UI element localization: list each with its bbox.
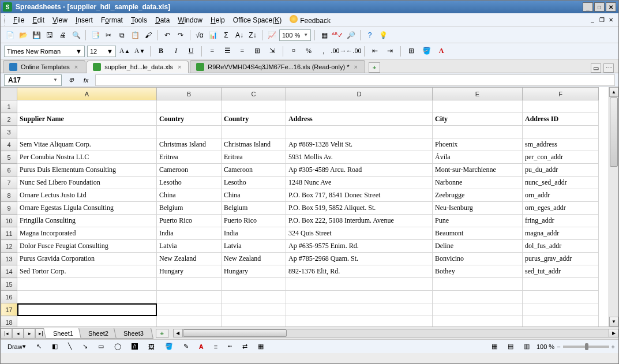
format-painter-button[interactable]: 🖌 — [142, 29, 154, 41]
cell[interactable]: Christmas Island — [157, 138, 222, 151]
cell[interactable]: Belgium — [157, 202, 222, 215]
function-wizard-button[interactable]: ⊕ — [65, 75, 77, 85]
cell[interactable] — [222, 291, 286, 303]
cell[interactable]: Sed Tortor Corp. — [17, 265, 157, 278]
scroll-down-button[interactable]: ▼ — [609, 317, 618, 327]
cut-button[interactable]: ✂ — [103, 29, 114, 41]
cell[interactable] — [17, 316, 157, 327]
cell[interactable]: Mont-sur-Marchienne — [433, 164, 523, 177]
cell[interactable]: Purus Gravida Corporation — [17, 253, 157, 265]
cell[interactable] — [222, 126, 286, 138]
cell[interactable] — [433, 303, 523, 316]
cell[interactable]: Latvia — [222, 240, 286, 253]
cell[interactable]: Narbonne — [433, 177, 523, 189]
cell[interactable]: orn_addr — [523, 189, 599, 202]
cell[interactable]: Address ID — [523, 113, 599, 126]
fill-color-button[interactable]: 🪣 — [420, 46, 433, 57]
rectangle-tool[interactable]: ▭ — [95, 342, 107, 352]
cell[interactable]: Bonvicino — [433, 253, 523, 265]
sub-minimize-button[interactable]: _ — [588, 16, 597, 24]
textbox-tool[interactable]: 🅰 — [128, 342, 141, 352]
cell[interactable] — [17, 100, 157, 113]
cell[interactable]: Pune — [433, 215, 523, 227]
cell[interactable]: Hungary — [157, 265, 222, 278]
cell[interactable] — [286, 316, 433, 327]
cell[interactable]: Lesotho — [222, 177, 286, 189]
cell[interactable] — [222, 100, 286, 113]
cell[interactable]: P.O. Box 717, 8541 Donec Street — [286, 189, 433, 202]
cell[interactable]: New Zealand — [222, 253, 286, 265]
zoom-slider[interactable] — [563, 346, 609, 348]
cell[interactable]: City — [433, 113, 523, 126]
cell[interactable]: Address — [286, 113, 433, 126]
arrow-style-button[interactable]: ⇄ — [239, 342, 251, 352]
cell[interactable] — [286, 291, 433, 303]
open-button[interactable]: 📂 — [17, 29, 29, 41]
draw-menu[interactable]: Draw ▾ — [4, 342, 29, 352]
arrow-tool[interactable]: ↘ — [79, 342, 91, 352]
cell[interactable] — [523, 278, 599, 291]
cell[interactable]: Supplier Name — [17, 113, 157, 126]
cell[interactable]: Hungary — [222, 265, 286, 278]
cell[interactable]: sm_address — [523, 138, 599, 151]
cell[interactable]: China — [222, 189, 286, 202]
cell[interactable] — [286, 278, 433, 291]
cell[interactable]: 1248 Nunc Ave — [286, 177, 433, 189]
cell[interactable]: Cameroon — [157, 164, 222, 177]
menu-data[interactable]: Data — [152, 15, 173, 25]
doc-tab-supplier[interactable]: supplier_hd...le_data.xls × — [87, 61, 189, 73]
col-header-A[interactable]: A — [17, 88, 157, 100]
row-header[interactable]: 11 — [1, 227, 17, 240]
autoshapes-button[interactable]: ◧ — [48, 342, 61, 352]
cell[interactable]: Belgium — [222, 202, 286, 215]
row-header[interactable]: 9 — [1, 202, 17, 215]
add-tab-button[interactable]: + — [369, 62, 380, 73]
row-header[interactable]: 13 — [1, 253, 17, 265]
menu-insert[interactable]: Insert — [72, 15, 96, 25]
cell[interactable]: purus_grav_addr — [523, 253, 599, 265]
zoom-combo[interactable]: 100 %▼ — [279, 29, 311, 41]
redo-button[interactable]: ↷ — [175, 29, 186, 41]
cell[interactable]: Ornare Lectus Justo Ltd — [17, 189, 157, 202]
row-header[interactable]: 10 — [1, 215, 17, 227]
scroll-thumb[interactable] — [183, 329, 287, 337]
cell[interactable]: Neu-Isenburg — [433, 202, 523, 215]
cell-active[interactable] — [17, 303, 157, 316]
gallery-button[interactable]: ▦ — [318, 29, 330, 41]
cell[interactable] — [157, 316, 222, 327]
view-normal-button[interactable]: ▦ — [488, 342, 501, 352]
menu-feedback[interactable]: Feedback — [286, 14, 334, 26]
cell[interactable] — [433, 100, 523, 113]
align-right-button[interactable]: ≡ — [236, 46, 249, 57]
line-color-tool[interactable]: ✎ — [180, 342, 192, 352]
decrease-font-button[interactable]: A▼ — [133, 46, 146, 57]
merge-cells-button[interactable]: ⊞ — [251, 46, 264, 57]
doc-tab-online-templates[interactable]: Online Templates × — [3, 60, 85, 73]
zoom-in-button[interactable]: + — [612, 343, 615, 350]
align-left-button[interactable]: ≡ — [206, 46, 219, 57]
row-header[interactable]: 14 — [1, 265, 17, 278]
cell[interactable]: orn_eges_addr — [523, 202, 599, 215]
name-box[interactable]: A17▼ — [4, 74, 62, 86]
menu-window[interactable]: Window — [174, 15, 206, 25]
cell[interactable]: Country — [222, 113, 286, 126]
cell[interactable]: New Zealand — [157, 253, 222, 265]
copy-button[interactable]: ⧉ — [116, 29, 127, 41]
font-color-tool[interactable]: A — [196, 342, 207, 352]
cell[interactable] — [222, 316, 286, 327]
cell[interactable]: Zeebrugge — [433, 189, 523, 202]
row-header[interactable]: 12 — [1, 240, 17, 253]
cell[interactable]: Christmas Island — [222, 138, 286, 151]
help-button[interactable]: ? — [364, 29, 376, 41]
cell[interactable] — [157, 303, 222, 316]
italic-button[interactable]: I — [170, 46, 182, 57]
zoom-out-button[interactable]: − — [557, 343, 560, 350]
horizontal-scrollbar[interactable]: ◀ ▶ — [173, 329, 618, 337]
new-button[interactable]: 📄 — [4, 29, 16, 41]
cell[interactable] — [222, 278, 286, 291]
close-icon[interactable]: × — [73, 63, 79, 70]
sheet-next-button[interactable]: ▸ — [24, 328, 35, 339]
row-header[interactable]: 3 — [1, 126, 17, 138]
sum-button[interactable]: Σ — [220, 29, 232, 41]
scroll-up-button[interactable]: ▲ — [609, 87, 618, 97]
